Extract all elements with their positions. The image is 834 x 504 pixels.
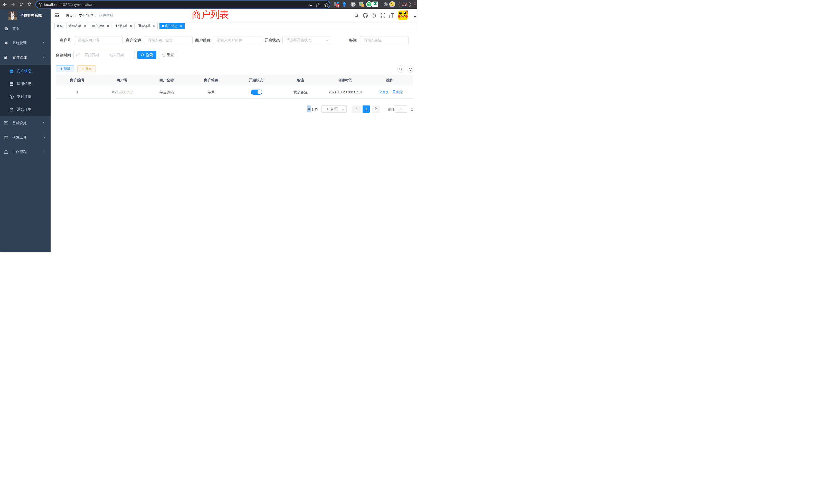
svg-text:1: 1 [362,4,363,7]
svg-text:10: 10 [336,5,339,7]
